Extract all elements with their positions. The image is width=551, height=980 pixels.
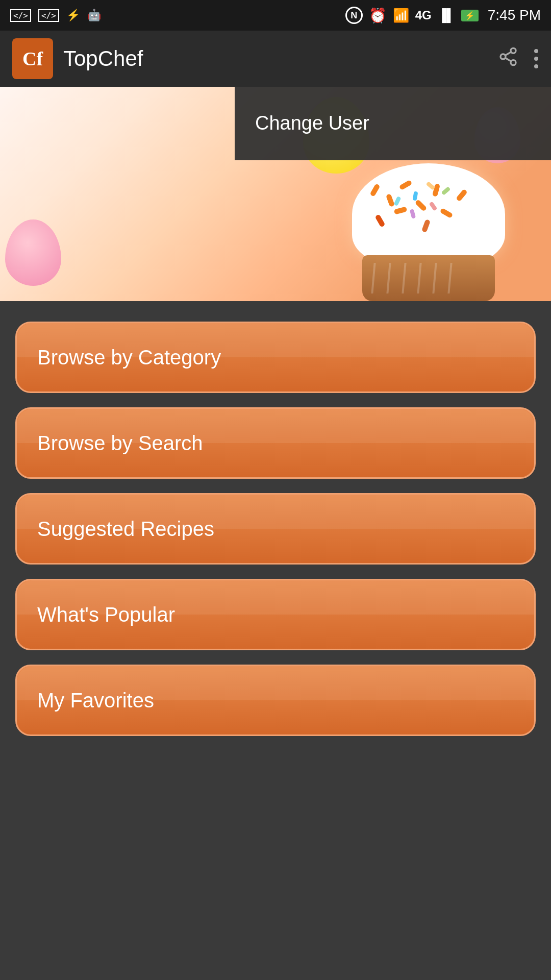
battery-icon: ⚡ <box>461 10 479 21</box>
signal-icon: ▐▌ <box>438 8 455 22</box>
4g-icon: 4G <box>415 8 432 22</box>
app-bar-actions <box>498 46 539 71</box>
app-title: TopChef <box>63 46 498 71</box>
usb-icon: ⚡ <box>66 9 80 22</box>
svg-line-4 <box>505 52 511 55</box>
code2-icon: </> <box>38 9 59 22</box>
my-favorites-button[interactable]: My Favorites <box>15 665 536 736</box>
dessert-illustration <box>332 148 525 301</box>
suggested-recipes-button[interactable]: Suggested Recipes <box>15 493 536 565</box>
sprinkles-container <box>357 168 500 255</box>
share-icon[interactable] <box>498 46 518 71</box>
svg-line-3 <box>505 58 511 61</box>
status-bar: </> </> ⚡ 🤖 N ⏰ 📶 4G ▐▌ ⚡ 7:45 PM <box>0 0 551 31</box>
status-bar-left: </> </> ⚡ 🤖 <box>10 9 101 22</box>
alarm-icon: ⏰ <box>369 7 387 24</box>
android-icon: 🤖 <box>87 9 101 22</box>
svg-point-6 <box>534 57 538 61</box>
status-bar-right: N ⏰ 📶 4G ▐▌ ⚡ 7:45 PM <box>345 7 541 24</box>
wifi-icon: 📶 <box>393 8 409 23</box>
time-display: 7:45 PM <box>488 7 541 23</box>
browse-search-button[interactable]: Browse by Search <box>15 407 536 479</box>
change-user-button[interactable]: Change User <box>235 87 551 160</box>
nfc-icon: N <box>345 7 363 24</box>
browse-category-button[interactable]: Browse by Category <box>15 322 536 393</box>
app-logo: Cf <box>12 38 53 79</box>
code1-icon: </> <box>10 9 31 22</box>
svg-point-7 <box>534 64 538 68</box>
main-content: Browse by Category Browse by Search Sugg… <box>0 301 551 756</box>
svg-point-5 <box>534 49 538 53</box>
hero-section: Change User <box>0 87 551 301</box>
dropdown-menu: Change User <box>235 87 551 160</box>
more-vertical-icon[interactable] <box>534 48 539 69</box>
app-bar: Cf TopChef <box>0 31 551 87</box>
whats-popular-button[interactable]: What's Popular <box>15 579 536 650</box>
cupcake-base <box>362 255 495 301</box>
balloon-pink-left <box>5 219 61 286</box>
